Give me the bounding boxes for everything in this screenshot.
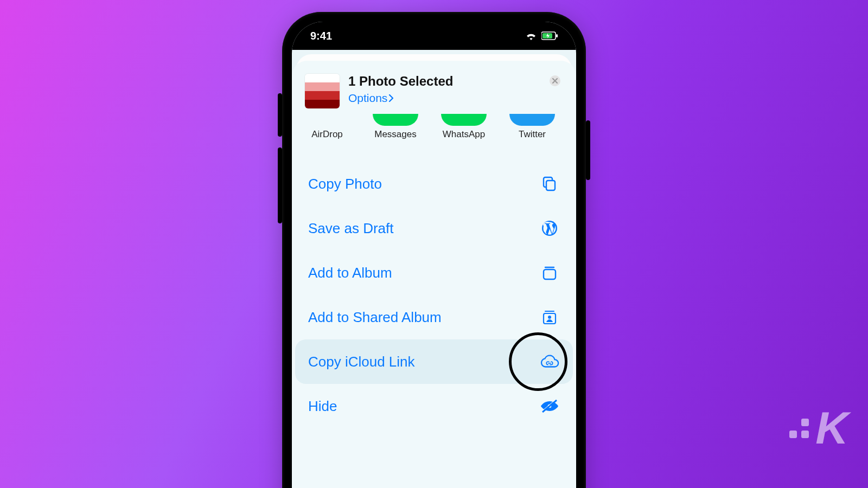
watermark-logo: K: [789, 402, 847, 454]
app-label: Messages: [374, 129, 416, 140]
airdrop-icon: [304, 114, 350, 126]
action-label: Save as Draft: [308, 220, 394, 237]
action-add-shared-album[interactable]: Add to Shared Album: [292, 295, 576, 339]
chevron-right-icon: [388, 92, 394, 105]
svg-rect-6: [544, 269, 556, 279]
action-save-draft[interactable]: Save as Draft: [292, 206, 576, 251]
sheet-title: 1 Photo Selected: [348, 74, 453, 89]
copy-icon: [539, 174, 560, 194]
notch: [369, 22, 499, 42]
wifi-icon: [525, 31, 537, 40]
action-label: Add to Shared Album: [308, 309, 442, 326]
action-add-album[interactable]: Add to Album: [292, 251, 576, 295]
shared-album-icon: [539, 307, 560, 328]
close-button[interactable]: [546, 72, 564, 90]
album-icon: [539, 262, 560, 283]
svg-point-8: [548, 316, 551, 319]
options-label: Options: [348, 92, 387, 105]
photo-thumbnail[interactable]: [305, 74, 340, 108]
messages-icon: [373, 114, 418, 126]
action-copy-photo[interactable]: Copy Photo: [292, 162, 576, 206]
sheet-header: 1 Photo Selected Options: [292, 67, 576, 111]
action-label: Copy iCloud Link: [308, 354, 415, 370]
cloud-link-icon: [539, 351, 560, 372]
battery-icon: [541, 31, 558, 40]
app-label: Twitter: [519, 129, 546, 140]
action-copy-icloud-link[interactable]: Copy iCloud Link: [295, 339, 573, 384]
action-label: Add to Album: [308, 265, 392, 281]
share-app-messages[interactable]: Messages: [370, 114, 421, 140]
svg-rect-2: [556, 34, 558, 37]
whatsapp-icon: [441, 114, 487, 126]
eye-slash-icon: [539, 396, 560, 416]
options-button[interactable]: Options: [348, 92, 453, 105]
action-label: Hide: [308, 398, 337, 415]
share-sheet: 1 Photo Selected Options AirDrop: [292, 61, 576, 488]
watermark-letter: K: [815, 402, 847, 454]
svg-rect-4: [546, 181, 555, 190]
twitter-icon: [509, 114, 555, 126]
share-app-airdrop[interactable]: AirDrop: [302, 114, 353, 140]
status-time: 9:41: [310, 30, 332, 42]
action-label: Copy Photo: [308, 176, 382, 192]
wordpress-icon: [539, 218, 560, 239]
share-apps-row[interactable]: AirDrop Messages WhatsApp Twitter: [292, 111, 576, 152]
app-label: AirDrop: [311, 129, 343, 140]
action-hide[interactable]: Hide: [292, 384, 576, 428]
share-app-whatsapp[interactable]: WhatsApp: [438, 114, 489, 140]
app-label: WhatsApp: [443, 129, 485, 140]
phone-screen: 9:41 1 Photo Selected Options: [292, 22, 576, 488]
share-app-twitter[interactable]: Twitter: [507, 114, 558, 140]
share-actions-list: Copy Photo Save as Draft Add to Album: [292, 152, 576, 428]
phone-frame: 9:41 1 Photo Selected Options: [282, 12, 586, 488]
